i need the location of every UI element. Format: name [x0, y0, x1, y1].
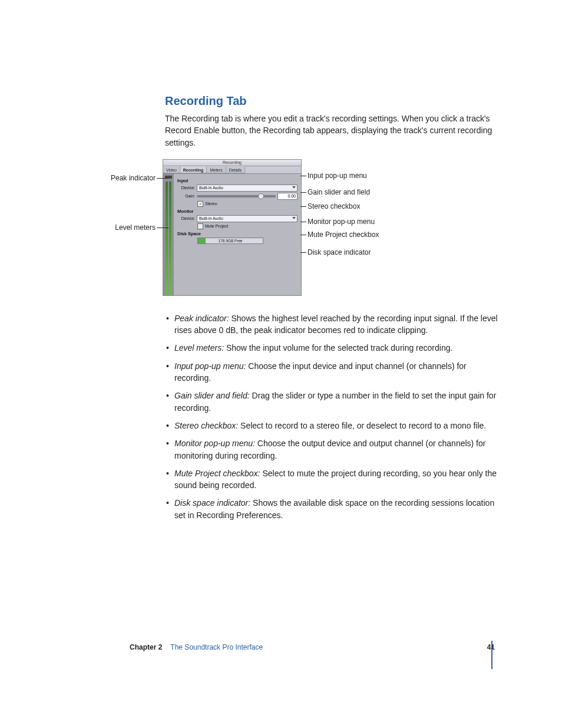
intro-paragraph: The Recording tab is where you edit a tr…: [165, 113, 501, 149]
gain-label: Gain:: [177, 194, 195, 198]
callout-level-meters: Level meters: [101, 224, 156, 231]
disk-space-indicator: 178.9GB Free: [197, 238, 263, 244]
level-meter-r: [169, 182, 171, 295]
level-meter-l: [166, 182, 168, 295]
disk-section-label: Disk Space: [177, 231, 297, 236]
annotated-screenshot: Recording Video Recording Meters Details: [106, 159, 459, 301]
def-level-meters: Level meters: Show the input volume for …: [165, 342, 501, 354]
def-stereo: Stereo checkbox: Select to record to a s…: [165, 420, 501, 431]
footer-rule: [491, 641, 492, 669]
section-heading: Recording Tab: [165, 94, 501, 108]
def-input-menu: Input pop-up menu: Choose the input devi…: [165, 360, 501, 384]
page-footer: Chapter 2 The Soundtrack Pro Interface 4…: [130, 643, 495, 651]
stereo-checkbox-label: Stereo: [205, 202, 217, 206]
monitor-device-menu[interactable]: Built-in Audio: [197, 215, 297, 222]
tab-details[interactable]: Details: [226, 166, 245, 173]
def-disk-space: Disk space indicator: Shows the availabl…: [165, 497, 501, 521]
chapter-title: The Soundtrack Pro Interface: [170, 643, 263, 651]
gain-field[interactable]: 0.00: [277, 193, 297, 200]
input-section-label: Input: [177, 178, 297, 183]
mute-project-label: Mute Project: [205, 224, 228, 228]
definitions-list: Peak indicator: Shows the highest level …: [165, 312, 501, 521]
window-title: Recording: [163, 160, 301, 166]
stereo-checkbox[interactable]: ✓: [197, 201, 203, 207]
disk-space-text: 178.9GB Free: [198, 238, 263, 243]
callout-mute: Mute Project checkbox: [308, 231, 379, 238]
callout-monitor-menu: Monitor pop-up menu: [308, 218, 375, 225]
tab-strip: Video Recording Meters Details: [163, 166, 301, 174]
tab-recording[interactable]: Recording: [180, 166, 207, 173]
monitor-section-label: Monitor: [177, 209, 297, 214]
monitor-device-label: Device:: [177, 216, 195, 220]
def-monitor-menu: Monitor pop-up menu: Choose the output d…: [165, 437, 501, 462]
callout-input-menu: Input pop-up menu: [308, 172, 367, 179]
recording-panel: Recording Video Recording Meters Details: [163, 159, 302, 296]
gain-slider-thumb[interactable]: [258, 193, 264, 199]
callout-stereo: Stereo checkbox: [308, 203, 360, 210]
def-mute-project: Mute Project checkbox: Select to mute th…: [165, 467, 501, 492]
input-device-label: Device:: [177, 186, 195, 190]
callout-peak-indicator: Peak indicator: [101, 174, 156, 182]
callout-gain: Gain slider and field: [308, 189, 370, 196]
def-gain: Gain slider and field: Drag the slider o…: [165, 390, 501, 414]
input-device-menu[interactable]: Built-in Audio: [197, 185, 297, 192]
gain-slider[interactable]: [197, 195, 276, 197]
tab-meters[interactable]: Meters: [207, 166, 226, 173]
level-meters-column: [163, 174, 174, 295]
callout-disk: Disk space indicator: [308, 249, 371, 256]
mute-project-checkbox[interactable]: [197, 223, 203, 229]
def-peak-indicator: Peak indicator: Shows the highest level …: [165, 312, 501, 337]
chapter-label: Chapter 2: [130, 643, 162, 651]
tab-video[interactable]: Video: [163, 166, 180, 173]
